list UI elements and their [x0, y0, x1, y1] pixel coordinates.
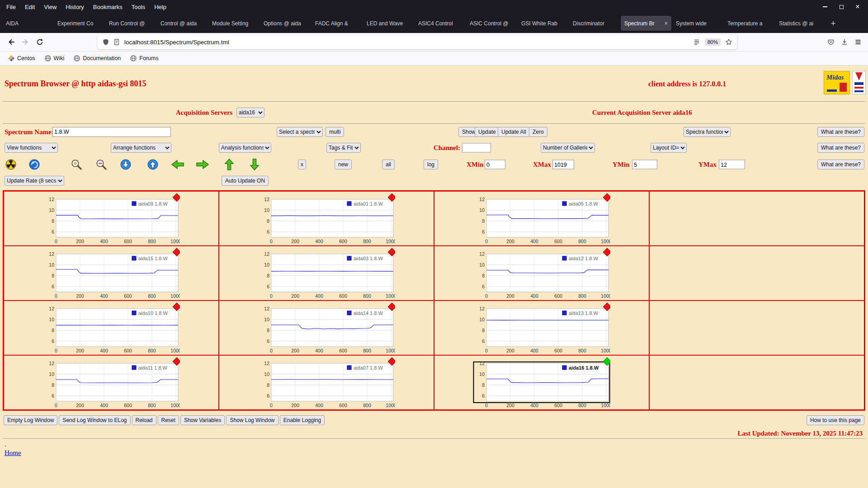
- tab-asic-control[interactable]: ASIC Control @: [466, 16, 517, 31]
- url-text[interactable]: localhost:8015/Spectrum/Spectrum.tml: [124, 39, 689, 46]
- what-are-these-button-2[interactable]: What are these?: [817, 143, 864, 153]
- scroll-down-icon[interactable]: [120, 159, 131, 170]
- menu-file[interactable]: File: [2, 4, 20, 10]
- update-rate-select[interactable]: Update Rate (8 secs): [5, 176, 64, 186]
- gallery-cell-aida16[interactable]: 68101202004006008001000aida16 1.8.W: [434, 355, 649, 410]
- update-button[interactable]: Update: [475, 127, 500, 137]
- gallery-cell-aida03[interactable]: 68101202004006008001000aida03 1.8.W: [219, 246, 434, 300]
- enable-logging-button[interactable]: Enable Logging: [280, 415, 325, 425]
- pocket-icon[interactable]: [827, 38, 835, 46]
- hamburger-menu-icon[interactable]: [854, 38, 862, 46]
- new-button[interactable]: new: [335, 160, 352, 169]
- swirl-icon[interactable]: [29, 159, 40, 170]
- what-are-these-button-1[interactable]: What are these?: [817, 127, 864, 137]
- menu-history[interactable]: History: [61, 4, 88, 10]
- tab-led-and-wave[interactable]: LED and Wave: [363, 16, 414, 31]
- spectrum-chart[interactable]: 68101202004006008001000aida15 1.8.W: [42, 248, 180, 299]
- menu-edit[interactable]: Edit: [20, 4, 39, 10]
- zoom-level-badge[interactable]: 80%: [705, 38, 721, 46]
- minimize-button[interactable]: [818, 1, 832, 12]
- ymax-input[interactable]: [719, 160, 745, 169]
- bookmark-forums[interactable]: Forums: [127, 53, 161, 63]
- tab-discriminator[interactable]: Discriminator: [569, 16, 620, 31]
- gallery-cell-aida14[interactable]: 68101202004006008001000aida14 1.8.W: [219, 300, 434, 355]
- zoom-in-icon[interactable]: [71, 159, 82, 170]
- update-all-button[interactable]: Update All: [498, 127, 530, 137]
- bookmark-centos[interactable]: Centos: [5, 53, 38, 63]
- tab-statistics-ai[interactable]: Statistics @ ai: [775, 16, 826, 31]
- gallery-cell-aida01[interactable]: 68101202004006008001000aida01 1.8.W: [219, 191, 434, 246]
- tab-spectrum-br[interactable]: Spectrum Br×: [621, 16, 671, 31]
- tags-and-fits-select[interactable]: Tags & Fits: [326, 143, 361, 153]
- show-variables-button[interactable]: Show Variables: [180, 415, 225, 425]
- analysis-functions-select[interactable]: Analysis functions: [219, 143, 271, 153]
- maximize-button[interactable]: [835, 1, 848, 12]
- view-functions-select[interactable]: View functions: [5, 143, 58, 153]
- gallery-cell-aida12[interactable]: 68101202004006008001000aida12 1.8.W: [434, 246, 649, 300]
- spectrum-chart[interactable]: 68101202004006008001000aida11 1.8.W: [42, 357, 180, 408]
- menu-view[interactable]: View: [39, 4, 61, 10]
- gallery-cell-aida07[interactable]: 68101202004006008001000aida07 1.8.W: [219, 355, 434, 410]
- gallery-cell-aida13[interactable]: 68101202004006008001000aida13 1.8.W: [434, 300, 649, 355]
- xmax-input[interactable]: [552, 160, 574, 169]
- url-bar[interactable]: localhost:8015/Spectrum/Spectrum.tml 80%: [98, 35, 737, 49]
- ymin-input[interactable]: [632, 160, 657, 169]
- reset-button[interactable]: Reset: [158, 415, 179, 425]
- gallery-cell-aida05[interactable]: 68101202004006008001000aida05 1.8.W: [434, 191, 649, 246]
- log-button[interactable]: log: [424, 160, 438, 169]
- pan-right-icon[interactable]: [196, 159, 209, 170]
- tab-asic4-control[interactable]: ASIC4 Control: [415, 16, 465, 31]
- how-to-use-button[interactable]: How to use this page: [807, 415, 864, 425]
- auto-update-button[interactable]: Auto Update ON: [222, 176, 269, 186]
- bookmark-wiki[interactable]: Wiki: [41, 53, 68, 63]
- all-button[interactable]: all: [382, 160, 395, 169]
- menu-bookmarks[interactable]: Bookmarks: [89, 4, 127, 10]
- select-a-spectrum[interactable]: Select a spectrum: [277, 127, 323, 137]
- tab-close-icon[interactable]: ×: [664, 20, 668, 27]
- what-are-these-button-3[interactable]: What are these?: [817, 160, 864, 169]
- tab-run-control[interactable]: Run Control @: [105, 16, 156, 31]
- radiation-icon[interactable]: [5, 159, 16, 170]
- menu-help[interactable]: Help: [150, 4, 171, 10]
- pan-left-icon[interactable]: [171, 159, 184, 170]
- back-button[interactable]: [4, 35, 18, 49]
- empty-log-window-button[interactable]: Empty Log Window: [4, 415, 57, 425]
- spectrum-chart[interactable]: 68101202004006008001000aida09 1.8.W: [42, 193, 180, 244]
- gallery-cell-aida10[interactable]: 68101202004006008001000aida10 1.8.W: [4, 300, 219, 355]
- tab-module-setting[interactable]: Module Setting: [208, 16, 259, 31]
- spectrum-chart[interactable]: 68101202004006008001000aida12 1.8.W: [473, 248, 610, 299]
- page-info-icon[interactable]: [113, 38, 120, 46]
- tab-fadc-align[interactable]: FADC Align &: [311, 16, 362, 31]
- bookmark-star-icon[interactable]: [725, 38, 732, 46]
- show-log-window-button[interactable]: Show Log Window: [226, 415, 278, 425]
- spectrum-chart[interactable]: 68101202004006008001000aida13 1.8.W: [473, 302, 610, 354]
- reload-button[interactable]: Reload: [132, 415, 156, 425]
- x-button[interactable]: x: [298, 160, 306, 169]
- zoom-out-icon[interactable]: [95, 159, 107, 170]
- forward-button[interactable]: [18, 35, 33, 49]
- arrange-functions-select[interactable]: Arrange functions: [111, 143, 171, 153]
- bookmark-documentation[interactable]: Documentation: [70, 53, 124, 63]
- tab-aida[interactable]: AIDA: [2, 16, 53, 31]
- gallery-cell-aida09[interactable]: 68101202004006008001000aida09 1.8.W: [4, 191, 219, 246]
- acquisition-server-select[interactable]: aida16: [236, 108, 264, 117]
- channel-input[interactable]: [462, 143, 491, 152]
- tab-experiment-co[interactable]: Experiment Co: [54, 16, 104, 31]
- new-tab-button[interactable]: +: [826, 17, 840, 30]
- menu-tools[interactable]: Tools: [127, 4, 150, 10]
- pan-up-icon[interactable]: [224, 158, 235, 171]
- layout-id-select[interactable]: Layout ID=7: [651, 143, 687, 153]
- spectra-functions-select[interactable]: Spectra functions: [684, 127, 731, 137]
- number-of-galleries-select[interactable]: Number of Galleries: [541, 143, 595, 153]
- spectrum-chart[interactable]: 68101202004006008001000aida14 1.8.W: [258, 302, 395, 354]
- spectrum-chart[interactable]: 68101202004006008001000aida07 1.8.W: [258, 357, 395, 408]
- zero-button[interactable]: Zero: [529, 127, 547, 137]
- spectrum-chart[interactable]: 68101202004006008001000aida10 1.8.W: [42, 302, 180, 354]
- pan-down-icon[interactable]: [249, 158, 260, 171]
- reader-mode-icon[interactable]: [693, 38, 700, 46]
- spectrum-chart[interactable]: 68101202004006008001000aida05 1.8.W: [473, 193, 610, 244]
- tab-system-wide[interactable]: System wide: [672, 16, 723, 31]
- scroll-up-icon[interactable]: [147, 159, 158, 170]
- gallery-cell-aida11[interactable]: 68101202004006008001000aida11 1.8.W: [4, 355, 219, 410]
- home-link[interactable]: Home: [5, 449, 21, 457]
